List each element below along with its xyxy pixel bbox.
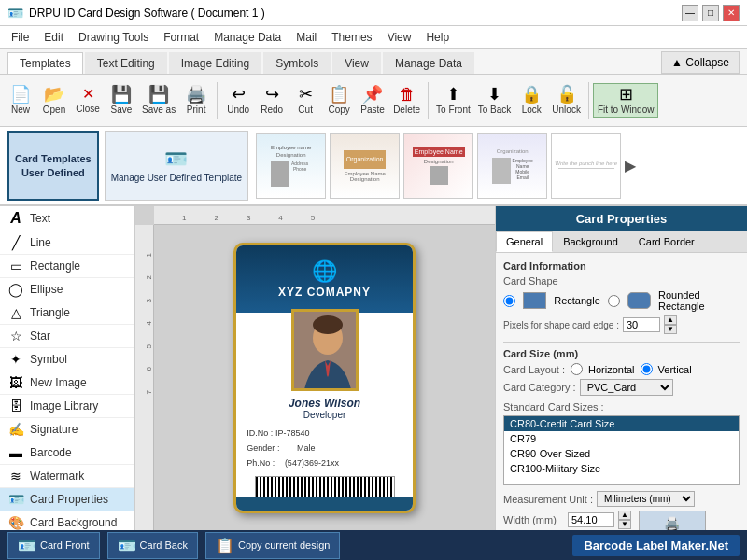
card-phone-value: (547)369-21xx [285, 458, 339, 468]
template-card-5[interactable]: Write the punch line here [551, 133, 621, 199]
panel-tab-general[interactable]: General [496, 231, 553, 252]
cut-button[interactable]: ✂ Cut [289, 84, 322, 117]
tab-view[interactable]: View [332, 52, 381, 74]
sidebar-item-text[interactable]: A Text [0, 206, 134, 231]
copy-design-button[interactable]: 📋 Copy current design [205, 532, 340, 559]
tab-symbols[interactable]: Symbols [263, 52, 331, 74]
tab-manage-data[interactable]: Manage Data [383, 52, 474, 74]
rounded-shape-icon [627, 292, 651, 309]
delete-button[interactable]: 🗑 Delete [389, 84, 424, 117]
shape-rounded-radio[interactable] [608, 295, 620, 307]
ellipse-label: Ellipse [30, 283, 63, 296]
get-size-button[interactable]: 🖨️ Get size from Printer [639, 511, 706, 530]
category-select[interactable]: PVC_Card [580, 379, 673, 396]
to-front-button[interactable]: ⬆ To Front [432, 84, 474, 117]
template-card-1[interactable]: Employee name Designation AddressPhone [256, 133, 326, 199]
card-front-button[interactable]: 🪪 Card Front [7, 532, 100, 559]
dimensions-row: Width (mm) ▲ ▼ Height (mm) ▲ ▼ [503, 511, 740, 530]
sidebar-item-image-library[interactable]: 🗄 Image Library [0, 395, 134, 418]
menu-drawing-tools[interactable]: Drawing Tools [71, 29, 156, 46]
sidebar-item-card-properties[interactable]: 🪪 Card Properties [0, 488, 134, 511]
width-down[interactable]: ▼ [618, 520, 631, 529]
menu-edit[interactable]: Edit [36, 29, 71, 46]
menu-format[interactable]: Format [156, 29, 206, 46]
print-button[interactable]: 🖨️ Print [179, 84, 213, 117]
close-button[interactable]: ✕ [723, 5, 740, 21]
minimize-button[interactable]: — [682, 5, 698, 21]
template-card-2[interactable]: Organization Employee NameDesignation [330, 133, 400, 199]
width-input[interactable] [568, 512, 614, 527]
card-globe-icon: 🌐 [312, 259, 337, 284]
sidebar-item-card-background[interactable]: 🎨 Card Background [0, 511, 134, 530]
card-company: XYZ COMAPNY [278, 286, 371, 299]
paste-label: Paste [360, 105, 385, 115]
sidebar-item-barcode[interactable]: ▬ Barcode [0, 441, 134, 465]
open-button[interactable]: 📂 Open [37, 84, 71, 117]
pixels-down[interactable]: ▼ [664, 325, 677, 334]
canvas-area[interactable]: 1 2 3 4 5 1 2 3 4 5 6 7 🌐 XYZ COMAPNY [135, 206, 495, 530]
save-as-button[interactable]: 💾 Save as [138, 84, 179, 117]
unlock-button[interactable]: 🔓 Unlock [548, 84, 585, 117]
manage-template-button[interactable]: 🪪 Manage User Defined Template [105, 131, 248, 201]
sidebar-item-line[interactable]: ╱ Line [0, 231, 134, 255]
pixels-up[interactable]: ▲ [664, 315, 677, 325]
menu-manage-data[interactable]: Manage Data [206, 29, 289, 46]
standard-sizes-list[interactable]: CR80-Credit Card Size CR79 CR90-Over Siz… [503, 415, 740, 485]
pixels-input[interactable] [623, 317, 660, 332]
menu-themes[interactable]: Themes [324, 29, 379, 46]
copy-design-icon: 📋 [216, 537, 234, 554]
card-back-button[interactable]: 🪪 Card Back [107, 532, 198, 559]
collapse-button[interactable]: ▲ Collapse [661, 51, 740, 74]
template-card-3[interactable]: Employee Name Designation [403, 133, 473, 199]
tab-image-editing[interactable]: Image Editing [169, 52, 261, 74]
size-cr79[interactable]: CR79 [504, 431, 739, 446]
line-icon: ╱ [7, 235, 24, 250]
sidebar-item-symbol[interactable]: ✦ Symbol [0, 348, 134, 371]
pixels-spinner: ▲ ▼ [664, 315, 677, 334]
paste-button[interactable]: 📌 Paste [356, 84, 389, 117]
layout-label: Card Layout : [503, 364, 565, 375]
template-scroll-right[interactable]: ▶ [625, 131, 636, 201]
lock-button[interactable]: 🔒 Lock [514, 84, 548, 117]
sidebar-item-new-image[interactable]: 🖼 New Image [0, 371, 134, 395]
menu-help[interactable]: Help [418, 29, 457, 46]
card-templates-group[interactable]: Card TemplatesUser Defined [7, 131, 99, 201]
sidebar-item-star[interactable]: ☆ Star [0, 325, 134, 348]
sidebar-item-watermark[interactable]: ≋ Watermark [0, 465, 134, 488]
tab-templates[interactable]: Templates [7, 52, 83, 74]
sidebar-item-rectangle[interactable]: ▭ Rectangle [0, 255, 134, 278]
cut-label: Cut [298, 105, 313, 115]
save-button[interactable]: 💾 Save [105, 84, 138, 117]
new-button[interactable]: 📄 New [4, 84, 37, 117]
menu-view[interactable]: View [380, 29, 419, 46]
panel-tab-card-border[interactable]: Card Border [628, 231, 705, 252]
sidebar-item-signature[interactable]: ✍ Signature [0, 418, 134, 441]
horizontal-label: Horizontal [588, 364, 635, 375]
vertical-radio[interactable] [641, 363, 653, 375]
tab-text-editing[interactable]: Text Editing [85, 52, 167, 74]
toolbar: 📄 New 📂 Open ✕ Close 💾 Save 💾 Save as 🖨️… [0, 75, 747, 127]
template-card-4[interactable]: Organization EmployeeNameMobileEmail [477, 133, 547, 199]
fit-to-window-button[interactable]: ⊞ Fit to Window [593, 83, 659, 118]
size-cr100[interactable]: CR100-Military Size [504, 461, 739, 476]
horizontal-radio[interactable] [571, 363, 583, 375]
text-icon: A [7, 210, 24, 227]
rectangle-label: Rectangle [30, 259, 80, 273]
measurement-select[interactable]: Milimeters (mm) [597, 491, 695, 507]
close-btn[interactable]: ✕ Close [71, 85, 105, 116]
copy-button[interactable]: 📋 Copy [322, 84, 356, 117]
maximize-button[interactable]: □ [702, 5, 719, 21]
id-card[interactable]: 🌐 XYZ COMAPNY [233, 243, 416, 513]
menu-mail[interactable]: Mail [289, 29, 324, 46]
sidebar-item-triangle[interactable]: △ Triangle [0, 301, 134, 325]
panel-tab-background[interactable]: Background [553, 231, 628, 252]
menu-file[interactable]: File [4, 29, 36, 46]
redo-button[interactable]: ↪ Redo [255, 84, 289, 117]
width-up[interactable]: ▲ [618, 511, 631, 520]
to-back-button[interactable]: ⬇ To Back [474, 84, 515, 117]
size-cr90[interactable]: CR90-Over Sized [504, 446, 739, 461]
sidebar-item-ellipse[interactable]: ◯ Ellipse [0, 278, 134, 301]
size-cr80[interactable]: CR80-Credit Card Size [504, 416, 739, 431]
undo-button[interactable]: ↩ Undo [221, 84, 255, 117]
shape-rect-radio[interactable] [503, 295, 515, 307]
